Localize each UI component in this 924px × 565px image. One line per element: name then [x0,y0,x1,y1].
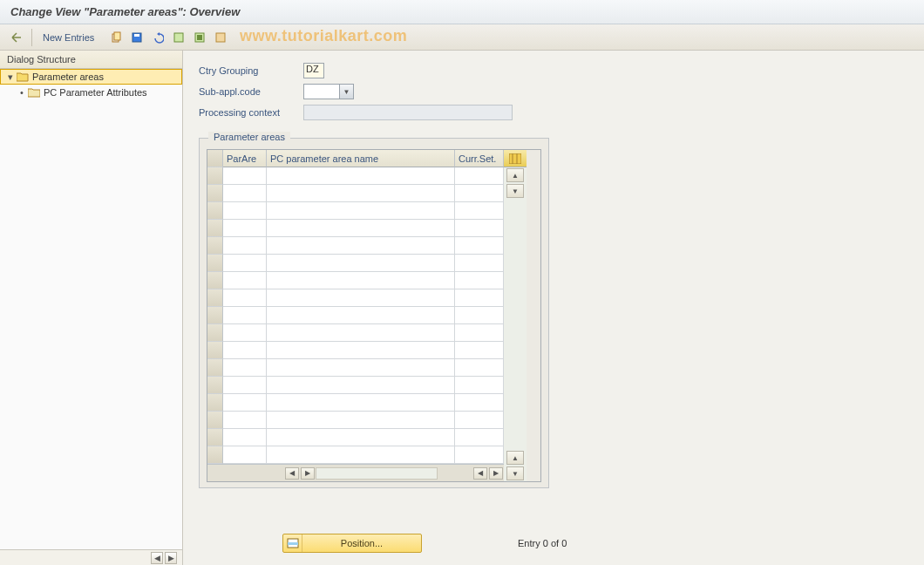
table-row[interactable] [207,272,504,289]
grid-vscroll[interactable]: ▲ ▼ ▲ ▼ [504,167,527,481]
svg-rect-3 [134,34,139,37]
table-row[interactable] [207,359,504,377]
sidebar-header: Dialog Structure [0,51,182,69]
svg-rect-12 [288,542,298,545]
field-processing-context: Processing context [199,103,908,122]
folder-icon [28,87,40,98]
tree-bullet-icon: • [17,87,26,98]
row-selector[interactable] [207,185,223,202]
body: Dialog Structure ▾ Parameter areas • PC … [0,51,924,565]
tree-collapse-icon[interactable]: ▾ [6,71,15,83]
separator [31,29,32,46]
parameter-areas-grid[interactable]: ParAre PC parameter area name Curr.Set. [207,149,541,482]
copy-icon[interactable] [106,28,126,47]
undo-icon[interactable] [148,28,167,47]
svg-rect-1 [114,32,120,40]
app-toolbar: New Entries www.tutorialkart.com [0,24,924,51]
table-row[interactable] [207,202,504,220]
vscroll-down-icon[interactable]: ▼ [506,184,524,198]
row-selector[interactable] [207,342,223,359]
chevron-down-icon[interactable]: ▼ [339,85,353,99]
processing-context-value [303,105,513,120]
hscroll-right2-icon[interactable]: ▶ [489,467,503,480]
col-parare[interactable]: ParAre [223,150,267,167]
tree-node-parameter-areas[interactable]: ▾ Parameter areas [0,69,182,85]
svg-rect-4 [174,33,183,42]
col-curr-set[interactable]: Curr.Set. [455,150,504,167]
table-row[interactable] [207,220,504,237]
parameter-areas-panel: Parameter areas ParAre PC parameter area… [199,138,549,488]
save-icon[interactable] [127,28,146,47]
sub-appl-code-dropdown[interactable]: ▼ [303,84,354,99]
field-sub-appl-code: Sub-appl.code ▼ [199,82,908,101]
tree-node-pc-parameter-attributes[interactable]: • PC Parameter Attributes [0,85,182,100]
row-selector[interactable] [207,237,223,255]
position-button[interactable]: Position... [282,534,422,553]
table-row[interactable] [207,307,504,324]
grid-right-pane: ▲ ▼ ▲ ▼ [504,150,527,481]
vscroll-up-icon[interactable]: ▲ [506,168,524,182]
hscroll-left-icon[interactable]: ◀ [285,467,299,480]
grid-hscroll: ◀ ▶ ◀ ▶ [207,464,504,481]
ctry-grouping-input[interactable]: DZ [303,63,324,78]
hscroll-track[interactable] [316,467,438,480]
svg-rect-8 [509,153,521,164]
table-row[interactable] [207,185,504,202]
field-ctry-grouping: Ctry Grouping DZ [199,61,908,80]
table-row[interactable] [207,167,504,185]
row-selector[interactable] [207,255,223,272]
sub-appl-code-label: Sub-appl.code [199,86,303,97]
row-selector[interactable] [207,167,223,185]
table-row[interactable] [207,237,504,255]
panel-title: Parameter areas [208,132,290,142]
select-all-icon[interactable] [169,28,188,47]
scroll-right-icon[interactable]: ▶ [165,552,177,564]
configure-columns-icon[interactable] [504,150,527,167]
row-selector[interactable] [207,289,223,307]
svg-rect-7 [216,33,225,42]
table-row[interactable] [207,342,504,359]
dialog-structure-tree[interactable]: ▾ Parameter areas • PC Parameter Attribu… [0,69,182,549]
scroll-left-icon[interactable]: ◀ [151,552,163,564]
tree-node-label: Parameter areas [32,71,104,82]
grid-body[interactable] [207,167,504,464]
table-row[interactable] [207,394,504,412]
grid-select-all[interactable] [207,150,223,167]
table-row[interactable] [207,324,504,342]
row-selector[interactable] [207,359,223,377]
row-selector[interactable] [207,220,223,237]
table-row[interactable] [207,289,504,307]
vscroll-up2-icon[interactable]: ▲ [506,451,524,465]
table-row[interactable] [207,446,504,464]
row-selector[interactable] [207,377,223,394]
position-label: Position... [302,538,421,548]
row-selector[interactable] [207,324,223,342]
deselect-icon[interactable] [211,28,230,47]
row-selector[interactable] [207,412,223,429]
col-pc-parameter-area-name[interactable]: PC parameter area name [267,150,455,167]
table-row[interactable] [207,412,504,429]
footer-bar: Position... Entry 0 of 0 [199,534,908,553]
row-selector[interactable] [207,202,223,220]
table-row[interactable] [207,377,504,394]
row-selector[interactable] [207,446,223,464]
table-row[interactable] [207,255,504,272]
row-selector[interactable] [207,307,223,324]
toggle-icon[interactable] [7,28,26,47]
page-title: Change View "Parameter areas": Overview [0,0,924,24]
processing-context-label: Processing context [199,107,303,118]
app-window: Change View "Parameter areas": Overview … [0,0,924,565]
main-area: Ctry Grouping DZ Sub-appl.code ▼ Process… [183,51,924,565]
position-icon [283,534,302,552]
hscroll-right-icon[interactable]: ▶ [301,467,315,480]
watermark: www.tutorialkart.com [240,27,407,45]
table-row[interactable] [207,429,504,446]
grid-header: ParAre PC parameter area name Curr.Set. [207,150,504,167]
row-selector[interactable] [207,394,223,412]
row-selector[interactable] [207,272,223,289]
row-selector[interactable] [207,429,223,446]
select-block-icon[interactable] [190,28,209,47]
hscroll-left2-icon[interactable]: ◀ [473,467,487,480]
vscroll-down2-icon[interactable]: ▼ [506,466,524,480]
new-entries-button[interactable]: New Entries [36,28,101,47]
